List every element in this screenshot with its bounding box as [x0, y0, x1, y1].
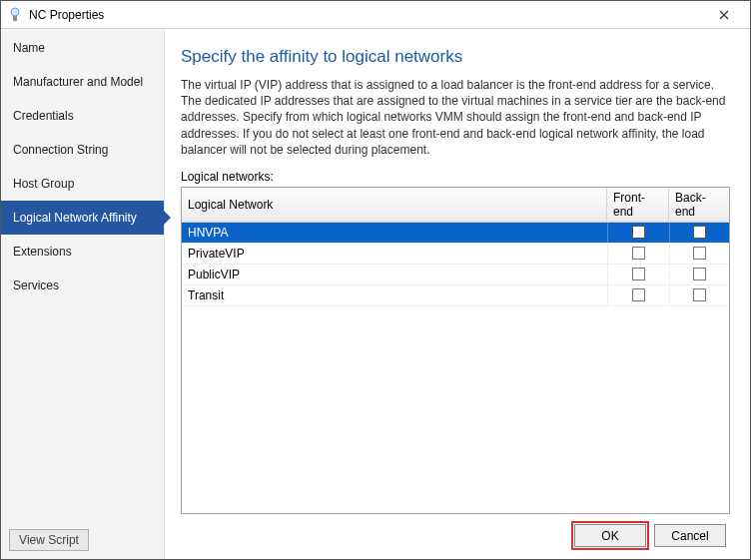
cell-front: [607, 223, 669, 243]
sidebar-item-extensions[interactable]: Extensions: [1, 235, 164, 269]
sidebar-item-services[interactable]: Services: [1, 269, 164, 302]
logical-networks-grid: Logical Network Front-end Back-end HNVPA…: [181, 187, 730, 514]
svg-point-1: [11, 8, 19, 16]
column-header-front[interactable]: Front-end: [607, 188, 669, 222]
close-icon[interactable]: [704, 2, 744, 28]
sidebar-item-logical-network-affinity[interactable]: Logical Network Affinity: [1, 201, 164, 235]
back-end-checkbox[interactable]: [693, 226, 706, 239]
cell-front: [607, 244, 669, 264]
table-row[interactable]: PrivateVIP: [182, 244, 729, 265]
front-end-checkbox[interactable]: [632, 226, 645, 239]
content-pane: Specify the affinity to logical networks…: [165, 29, 750, 559]
back-end-checkbox[interactable]: [693, 268, 706, 280]
cell-name: Transit: [182, 285, 607, 305]
dialog-footer: OK Cancel: [181, 514, 730, 549]
cell-front: [607, 265, 669, 284]
back-end-checkbox[interactable]: [693, 247, 706, 260]
cell-name: HNVPA: [182, 223, 607, 243]
window-icon: [7, 7, 23, 23]
titlebar: NC Properties: [1, 1, 750, 29]
grid-body: HNVPAPrivateVIPPublicVIPTransit: [182, 223, 729, 513]
cell-back: [669, 265, 729, 284]
front-end-checkbox[interactable]: [632, 288, 645, 301]
cell-name: PublicVIP: [182, 265, 607, 284]
sidebar-item-manufacturer-and-model[interactable]: Manufacturer and Model: [1, 65, 164, 99]
sidebar-nav: NameManufacturer and ModelCredentialsCon…: [1, 29, 164, 521]
front-end-checkbox[interactable]: [632, 247, 645, 260]
cell-back: [669, 223, 729, 243]
grid-header: Logical Network Front-end Back-end: [182, 188, 729, 223]
column-header-back[interactable]: Back-end: [669, 188, 729, 222]
sidebar-item-host-group[interactable]: Host Group: [1, 167, 164, 201]
view-script-button[interactable]: View Script: [9, 529, 89, 551]
cell-name: PrivateVIP: [182, 244, 607, 264]
table-row[interactable]: Transit: [182, 285, 729, 306]
cell-front: [607, 285, 669, 305]
window-title: NC Properties: [29, 8, 704, 22]
table-row[interactable]: PublicVIP: [182, 265, 729, 285]
svg-rect-0: [13, 16, 17, 21]
ok-button[interactable]: OK: [574, 524, 646, 547]
dialog-body: NameManufacturer and ModelCredentialsCon…: [1, 29, 750, 559]
sidebar-item-connection-string[interactable]: Connection String: [1, 133, 164, 167]
table-row[interactable]: HNVPA: [182, 223, 729, 244]
sidebar-item-name[interactable]: Name: [1, 31, 164, 65]
front-end-checkbox[interactable]: [632, 268, 645, 280]
cancel-button[interactable]: Cancel: [654, 524, 726, 547]
page-heading: Specify the affinity to logical networks: [181, 47, 730, 67]
list-label: Logical networks:: [181, 170, 730, 184]
column-header-name[interactable]: Logical Network: [182, 188, 607, 222]
sidebar-item-credentials[interactable]: Credentials: [1, 99, 164, 133]
cell-back: [669, 244, 729, 264]
back-end-checkbox[interactable]: [693, 288, 706, 301]
cell-back: [669, 285, 729, 305]
sidebar: NameManufacturer and ModelCredentialsCon…: [1, 29, 165, 559]
page-description: The virtual IP (VIP) address that is ass…: [181, 77, 730, 158]
